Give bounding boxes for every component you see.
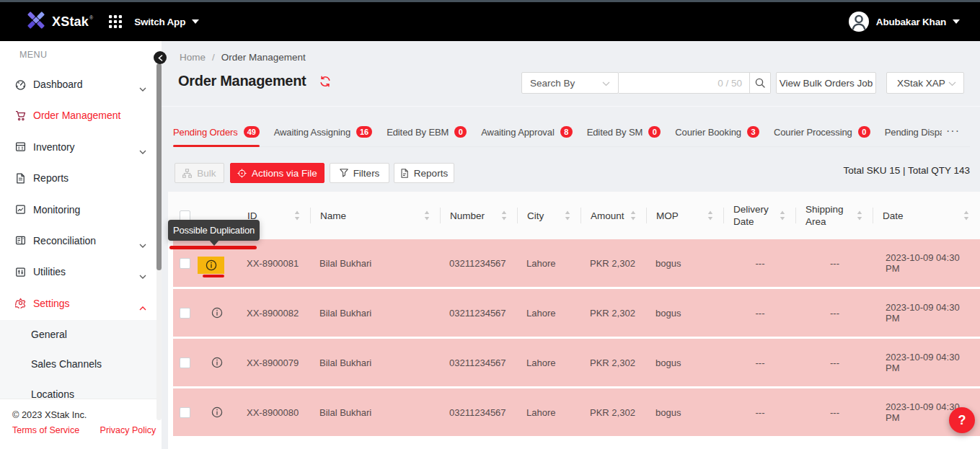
header-delivery-date[interactable]: Delivery Date — [724, 192, 796, 239]
sorter-icon[interactable] — [707, 210, 713, 221]
filters-button[interactable]: Filters — [330, 163, 389, 183]
bulk-button[interactable]: Bulk — [175, 163, 224, 183]
tab-courier-booking[interactable]: Courier Booking 3 — [675, 117, 759, 147]
cell-city: Lahore — [518, 388, 581, 436]
brand[interactable]: XStak ® — [25, 9, 93, 34]
sorter-icon[interactable] — [501, 210, 507, 221]
header-number[interactable]: Number — [441, 192, 518, 239]
chevron-down-icon — [139, 81, 146, 94]
cell-number: 03211234567 — [441, 339, 518, 386]
search-button[interactable] — [750, 72, 771, 94]
breadcrumb-home[interactable]: Home — [180, 52, 206, 63]
search-by-select[interactable]: Search By — [521, 72, 619, 94]
sidebar-subitem-sales-channels[interactable]: Sales Channels — [0, 350, 162, 378]
cell-delivery-date: --- — [724, 339, 796, 386]
row-checkbox[interactable] — [180, 357, 190, 368]
header-name[interactable]: Name — [311, 192, 441, 239]
sorter-icon[interactable] — [780, 210, 785, 221]
sidebar-item-reports[interactable]: Reports — [0, 164, 162, 192]
tab-edited-by-sm[interactable]: Edited By SM 0 — [587, 117, 661, 147]
cell-city: Lahore — [518, 289, 581, 337]
actions-via-file-button[interactable]: Actions via File — [230, 163, 325, 183]
cell-shipping-area: --- — [796, 339, 873, 386]
sorter-icon[interactable] — [963, 210, 969, 221]
header-city[interactable]: City — [518, 192, 581, 239]
sidebar-item-inventory[interactable]: Inventory — [0, 133, 162, 161]
cell-delivery-date: --- — [724, 239, 796, 287]
tabs-bar: Pending Orders 49 Awaiting Assigning 16 … — [173, 117, 970, 147]
table-row[interactable]: XX-8900082 Bilal Bukhari 03211234567 Lah… — [173, 289, 980, 337]
cell-date: 2023-10-09 04:30 PM — [873, 339, 980, 386]
app-select[interactable]: XStak XAP — [886, 72, 964, 94]
info-icon[interactable] — [211, 307, 223, 319]
sidebar-scrollbar-thumb[interactable] — [156, 63, 162, 270]
sidebar-item-monitoring[interactable]: Monitoring — [0, 195, 162, 224]
sorter-icon[interactable] — [630, 210, 636, 221]
sorter-icon[interactable] — [857, 210, 862, 221]
tab-count-badge: 0 — [648, 126, 661, 138]
menu-section-label: MENU — [0, 41, 162, 61]
switch-app-menu[interactable]: Switch App — [134, 17, 199, 27]
column-divider — [723, 208, 724, 223]
search-input[interactable]: 0 / 50 — [619, 72, 750, 94]
sidebar-nav: Dashboard Order Management — [0, 70, 162, 409]
tabs-more-button[interactable]: ··· — [946, 125, 960, 138]
user-menu[interactable]: Abubakar Khan — [849, 12, 960, 32]
sidebar-item-order-management[interactable]: Order Management — [0, 101, 162, 130]
row-checkbox[interactable] — [180, 258, 190, 269]
header-date[interactable]: Date — [873, 192, 980, 239]
chevron-down-icon — [139, 238, 146, 251]
avatar — [849, 12, 869, 32]
tabs-scroll: Pending Orders 49 Awaiting Assigning 16 … — [173, 117, 942, 147]
sidebar-item-settings[interactable]: Settings — [0, 289, 162, 318]
sidebar-scrollbar-track[interactable] — [156, 63, 162, 420]
tab-edited-by-ebm[interactable]: Edited By EBM 0 — [387, 117, 467, 147]
info-icon[interactable] — [211, 357, 223, 368]
info-icon[interactable] — [211, 406, 223, 418]
table-header: ID Name Number City Amount MOP Delivery … — [168, 192, 980, 239]
privacy-policy-link[interactable]: Privacy Policy — [100, 425, 156, 435]
tab-pending-orders[interactable]: Pending Orders 49 — [173, 117, 260, 147]
sidebar-item-dashboard[interactable]: Dashboard — [0, 70, 162, 99]
header-shipping-area[interactable]: Shipping Area — [796, 192, 873, 239]
column-title: Amount — [591, 210, 624, 222]
refresh-button[interactable] — [319, 76, 331, 87]
terms-of-service-link[interactable]: Terms of Service — [12, 425, 79, 435]
table-row[interactable]: XX-8900079 Bilal Bukhari 03211234567 Lah… — [173, 339, 980, 386]
view-bulk-orders-job-button[interactable]: View Bulk Orders Job — [776, 72, 876, 94]
header-amount[interactable]: Amount — [581, 192, 647, 239]
tooltip-arrow — [209, 240, 219, 246]
sidebar-collapse-button[interactable] — [154, 51, 167, 64]
tab-label: Edited By SM — [587, 127, 643, 138]
sidebar-item-label: Reconciliation — [33, 235, 96, 246]
tab-label: Pending Orders — [173, 127, 238, 138]
tab-pending-dispatch[interactable]: Pending Dispa — [885, 117, 942, 147]
sidebar-subitem-general[interactable]: General — [0, 320, 162, 349]
reports-button[interactable]: Reports — [394, 163, 454, 183]
cell-amount: PKR 2,302 — [581, 388, 647, 436]
sidebar: MENU Dashboard — [0, 41, 162, 449]
tab-count-badge: 3 — [747, 126, 759, 138]
help-fab-button[interactable]: ? — [949, 407, 975, 433]
table-row[interactable]: XX-8900081 Bilal Bukhari 03211234567 Lah… — [173, 239, 980, 287]
tab-awaiting-assigning[interactable]: Awaiting Assigning 16 — [274, 117, 372, 147]
main-content: Home / Order Management Order Management — [162, 41, 980, 449]
app-select-value: XStak XAP — [897, 78, 945, 89]
row-checkbox[interactable] — [180, 407, 190, 418]
sorter-icon[interactable] — [424, 210, 430, 221]
highlighted-info-icon[interactable] — [198, 257, 224, 274]
actions-via-file-label: Actions via File — [252, 168, 317, 179]
tab-awaiting-approval[interactable]: Awaiting Approval 8 — [481, 117, 572, 147]
app-grid-icon[interactable] — [109, 15, 122, 28]
tab-courier-processing[interactable]: Courier Processing 0 — [774, 117, 870, 147]
chevron-down-icon — [948, 78, 956, 89]
sorter-icon[interactable] — [565, 210, 570, 221]
row-checkbox[interactable] — [180, 308, 190, 319]
header-mop[interactable]: MOP — [647, 192, 724, 239]
sidebar-item-utilities[interactable]: Utilities — [0, 257, 162, 286]
cell-shipping-area: --- — [796, 239, 873, 287]
table-row[interactable]: XX-8900080 Bilal Bukhari 03211234567 Lah… — [173, 388, 980, 436]
sidebar-item-reconciliation[interactable]: Reconciliation — [0, 226, 162, 255]
tab-label: Courier Processing — [774, 127, 852, 138]
sorter-icon[interactable] — [294, 210, 300, 221]
